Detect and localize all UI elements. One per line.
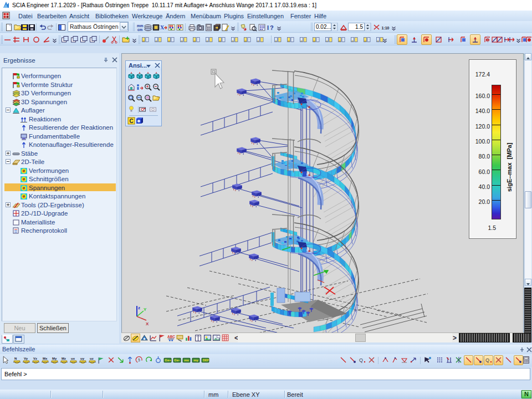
svg-text:ABC: ABC xyxy=(167,335,175,339)
svg-text:uy: uy xyxy=(80,357,85,360)
svg-text:z: z xyxy=(138,305,140,310)
svg-text:My: My xyxy=(52,357,57,360)
svg-text:mx: mx xyxy=(184,359,189,362)
svg-text:?: ? xyxy=(270,24,274,31)
svg-text:ux: ux xyxy=(71,357,75,360)
svg-text:Q: Q xyxy=(359,357,363,363)
svg-text:1:10: 1:10 xyxy=(382,26,390,30)
svg-text:Mx: Mx xyxy=(43,357,48,360)
svg-text:Vy: Vy xyxy=(24,357,28,360)
svg-text:X: X xyxy=(160,24,165,30)
svg-text:5: 5 xyxy=(138,358,140,362)
svg-text:C: C xyxy=(130,118,134,124)
svg-text:R: R xyxy=(146,96,149,100)
svg-text:my: my xyxy=(193,359,198,362)
svg-text:I: I xyxy=(267,24,269,31)
svg-text:cm: cm xyxy=(137,28,143,32)
svg-text:mm: mm xyxy=(137,24,144,28)
svg-text:Vz: Vz xyxy=(33,357,37,360)
svg-text:uz: uz xyxy=(90,357,94,360)
svg-text:Mz: Mz xyxy=(62,357,66,360)
svg-text:N: N xyxy=(14,357,17,360)
svg-text:DEF: DEF xyxy=(203,359,209,362)
svg-text:Ge-: Ge- xyxy=(174,359,180,362)
svg-text:Ge+: Ge+ xyxy=(165,359,171,362)
svg-text:Y: Y xyxy=(144,307,147,312)
svg-text:Q: Q xyxy=(485,357,489,363)
svg-text:X: X xyxy=(146,321,149,326)
